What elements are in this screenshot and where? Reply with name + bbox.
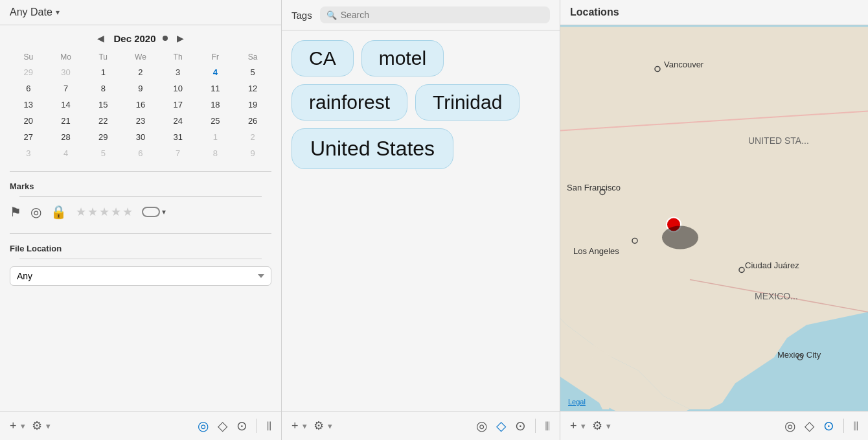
add-button[interactable]: + bbox=[10, 419, 17, 433]
calendar-day[interactable]: 27 bbox=[10, 129, 47, 145]
mid-toolbar-divider bbox=[535, 419, 536, 433]
calendar-day[interactable]: 17 bbox=[159, 97, 197, 113]
gear-chevron: ▾ bbox=[46, 421, 51, 431]
star-5[interactable]: ★ bbox=[122, 205, 133, 219]
calendar-day[interactable]: 15 bbox=[84, 97, 122, 113]
calendar-day[interactable]: 8 bbox=[197, 145, 234, 161]
calendar-day[interactable]: 8 bbox=[84, 80, 122, 97]
calendar-day[interactable]: 4 bbox=[47, 145, 85, 161]
mid-add-button[interactable]: + bbox=[291, 419, 299, 433]
calendar-day[interactable]: 5 bbox=[84, 145, 122, 161]
next-month-button[interactable]: ▶ bbox=[174, 32, 187, 45]
lock-icon[interactable]: 🔒 bbox=[51, 204, 67, 220]
calendar-day[interactable]: 13 bbox=[10, 97, 47, 113]
any-date-button[interactable]: Any Date ▾ bbox=[10, 6, 60, 18]
calendar-day[interactable]: 3 bbox=[10, 145, 47, 161]
file-location-select[interactable]: Any iCloud Local bbox=[10, 266, 271, 286]
calendar-day[interactable]: 31 bbox=[159, 129, 197, 145]
calendar-day[interactable]: 29 bbox=[10, 64, 47, 80]
star-2[interactable]: ★ bbox=[87, 205, 98, 219]
mid-tag-icon[interactable]: ◇ bbox=[496, 418, 506, 434]
columns-icon[interactable]: ⦀ bbox=[266, 419, 271, 434]
marks-section: Marks ⚑ ◎ 🔒 ★ ★ ★ ★ ★ ▾ bbox=[0, 175, 281, 230]
tag-trinidad[interactable]: Trinidad bbox=[415, 84, 520, 121]
right-columns-icon[interactable]: ⦀ bbox=[853, 419, 858, 434]
mid-toolbar-left: + ▾ ⚙ ▾ bbox=[291, 419, 332, 433]
locations-bar: Locations bbox=[560, 0, 868, 25]
mid-circle-icon[interactable]: ◎ bbox=[476, 418, 487, 434]
legal-link[interactable]: Legal bbox=[568, 398, 586, 406]
tag-ca[interactable]: CA bbox=[291, 40, 354, 76]
file-location-section: File Location Any iCloud Local bbox=[0, 237, 281, 292]
dow-fr: Fr bbox=[197, 50, 234, 64]
map-container[interactable]: Vancouver San Francisco Los Angeles Ciud… bbox=[560, 25, 868, 411]
calendar-day[interactable]: 1 bbox=[84, 64, 122, 80]
right-circle-icon[interactable]: ◎ bbox=[784, 418, 795, 434]
right-tag-icon[interactable]: ◇ bbox=[805, 418, 814, 434]
calendar-day[interactable]: 26 bbox=[234, 113, 271, 129]
calendar-day[interactable]: 2 bbox=[122, 64, 159, 80]
calendar-day[interactable]: 2 bbox=[234, 129, 271, 145]
label-chevron: ▾ bbox=[162, 207, 166, 216]
right-add-button[interactable]: + bbox=[570, 419, 577, 433]
calendar-day[interactable]: 6 bbox=[10, 80, 47, 97]
circle-icon[interactable]: ◎ bbox=[30, 204, 41, 220]
calendar-day[interactable]: 28 bbox=[47, 129, 85, 145]
gear-button[interactable]: ⚙ bbox=[32, 419, 42, 433]
calendar-day[interactable]: 29 bbox=[84, 129, 122, 145]
calendar-day[interactable]: 1 bbox=[197, 129, 234, 145]
calendar-day[interactable]: 11 bbox=[197, 80, 234, 97]
right-gear-chevron: ▾ bbox=[606, 421, 611, 431]
calendar-day[interactable]: 7 bbox=[47, 80, 85, 97]
star-3[interactable]: ★ bbox=[99, 205, 109, 219]
calendar-day[interactable]: 16 bbox=[122, 97, 159, 113]
tag-rainforest[interactable]: rainforest bbox=[291, 84, 407, 121]
right-gear-button[interactable]: ⚙ bbox=[592, 419, 602, 433]
flag-icon[interactable]: ⚑ bbox=[10, 204, 21, 220]
prev-month-button[interactable]: ◀ bbox=[95, 32, 107, 45]
dow-th: Th bbox=[159, 50, 197, 64]
tags-bar: Tags 🔍 bbox=[282, 0, 560, 30]
tag-united-states[interactable]: United States bbox=[291, 128, 453, 169]
mid-gear-button[interactable]: ⚙ bbox=[314, 419, 324, 433]
calendar-day[interactable]: 3 bbox=[159, 64, 197, 80]
calendar-day[interactable]: 30 bbox=[47, 64, 85, 80]
calendar-day[interactable]: 10 bbox=[159, 80, 197, 97]
tag-motel[interactable]: motel bbox=[361, 40, 444, 76]
calendar-day[interactable]: 5 bbox=[234, 64, 271, 80]
tags-label: Tags bbox=[291, 10, 312, 21]
right-toolbar-divider bbox=[843, 419, 844, 433]
label-icon[interactable]: ▾ bbox=[142, 207, 166, 217]
calendar-day[interactable]: 19 bbox=[234, 97, 271, 113]
pin-filter-icon[interactable]: ⊙ bbox=[236, 418, 247, 434]
calendar-day[interactable]: 30 bbox=[122, 129, 159, 145]
calendar-day[interactable]: 9 bbox=[122, 80, 159, 97]
calendar-day[interactable]: 14 bbox=[47, 97, 85, 113]
search-input[interactable] bbox=[341, 10, 543, 20]
mid-columns-icon[interactable]: ⦀ bbox=[545, 419, 550, 434]
calendar-day[interactable]: 22 bbox=[84, 113, 122, 129]
circle-filter-icon[interactable]: ◎ bbox=[198, 418, 209, 434]
calendar-day[interactable]: 18 bbox=[197, 97, 234, 113]
calendar-day[interactable]: 9 bbox=[234, 145, 271, 161]
map-svg: Vancouver San Francisco Los Angeles Ciud… bbox=[560, 25, 868, 411]
mid-pin-icon[interactable]: ⊙ bbox=[515, 418, 526, 434]
calendar-day[interactable]: 7 bbox=[159, 145, 197, 161]
mid-add-chevron: ▾ bbox=[303, 421, 307, 431]
tag-filter-icon[interactable]: ◇ bbox=[218, 418, 227, 434]
calendar-day[interactable]: 6 bbox=[122, 145, 159, 161]
mid-panel: Tags 🔍 CA motel rainforest Trinidad Unit… bbox=[282, 0, 560, 440]
star-1[interactable]: ★ bbox=[76, 205, 86, 219]
calendar-day[interactable]: 23 bbox=[122, 113, 159, 129]
stars-rating[interactable]: ★ ★ ★ ★ ★ bbox=[76, 205, 133, 219]
divider-2 bbox=[10, 233, 271, 234]
star-4[interactable]: ★ bbox=[111, 205, 121, 219]
calendar-day[interactable]: 12 bbox=[234, 80, 271, 97]
calendar-day[interactable]: 21 bbox=[47, 113, 85, 129]
divider-file bbox=[19, 259, 262, 259]
calendar-day[interactable]: 24 bbox=[159, 113, 197, 129]
right-pin-icon[interactable]: ⊙ bbox=[823, 418, 834, 434]
calendar-day[interactable]: 20 bbox=[10, 113, 47, 129]
calendar-day[interactable]: 25 bbox=[197, 113, 234, 129]
calendar-day[interactable]: 4 bbox=[197, 64, 234, 80]
